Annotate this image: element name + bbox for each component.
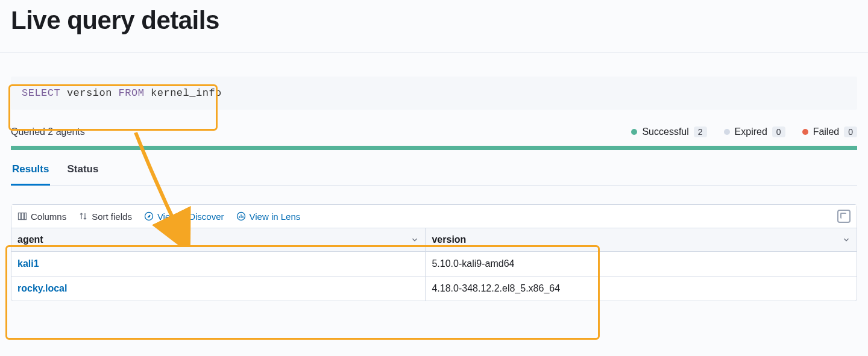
query-col: version [67, 87, 112, 99]
status-successful-label: Successful [642, 126, 688, 137]
status-expired-label: Expired [735, 126, 767, 137]
dot-icon-green [631, 129, 637, 135]
tabs: Results Status [11, 157, 857, 186]
results-table-wrap: Columns Sort fields View in Discover Vie… [11, 204, 857, 301]
compass-icon [144, 211, 154, 221]
lens-icon [236, 211, 246, 221]
sort-icon [78, 211, 88, 221]
query-kw-select: SELECT [22, 87, 60, 99]
svg-rect-2 [25, 213, 27, 220]
column-header-agent[interactable]: agent [11, 228, 426, 252]
columns-button[interactable]: Columns [17, 211, 66, 222]
chevron-down-icon [842, 236, 851, 244]
version-cell: 4.18.0-348.12.2.el8_5.x86_64 [432, 283, 560, 293]
svg-rect-0 [19, 213, 21, 220]
agent-link[interactable]: rocky.local [17, 283, 67, 293]
status-successful-count: 2 [694, 126, 707, 137]
status-failed: Failed 0 [802, 126, 857, 137]
column-header-agent-label: agent [17, 234, 43, 245]
view-in-lens-label: View in Lens [250, 211, 301, 222]
query-box: SELECT version FROM kernel_info [11, 77, 857, 110]
progress-bar [11, 146, 857, 150]
view-in-discover-button[interactable]: View in Discover [144, 211, 224, 222]
page-title: Live query details [11, 6, 857, 35]
tab-results[interactable]: Results [11, 157, 50, 186]
column-header-version[interactable]: version [426, 228, 857, 252]
fullscreen-button[interactable] [837, 210, 851, 223]
query-kw-from: FROM [119, 87, 145, 99]
status-expired-count: 0 [772, 126, 785, 137]
status-expired: Expired 0 [724, 126, 785, 137]
agent-link[interactable]: kali1 [17, 258, 39, 269]
columns-icon [17, 211, 27, 221]
sort-button[interactable]: Sort fields [78, 211, 132, 222]
status-failed-label: Failed [813, 126, 840, 137]
table-row: kali1 5.10.0-kali9-amd64 [11, 252, 857, 276]
columns-label: Columns [31, 211, 66, 222]
view-in-discover-label: View in Discover [157, 211, 224, 222]
tab-status[interactable]: Status [66, 157, 99, 186]
column-header-version-label: version [432, 234, 466, 245]
dot-icon-grey [724, 129, 730, 135]
sort-label: Sort fields [92, 211, 132, 222]
dot-icon-red [802, 129, 808, 135]
query-table: kernel_info [151, 87, 222, 99]
chevron-down-icon [410, 236, 419, 244]
status-successful: Successful 2 [631, 126, 706, 137]
status-failed-count: 0 [844, 126, 857, 137]
queried-agents-text: Queried 2 agents [11, 126, 85, 137]
svg-rect-1 [22, 213, 24, 220]
version-cell: 5.10.0-kali9-amd64 [432, 258, 514, 269]
table-row: rocky.local 4.18.0-348.12.2.el8_5.x86_64 [11, 276, 857, 301]
view-in-lens-button[interactable]: View in Lens [236, 211, 301, 222]
results-table: agent version kali1 5.10.0-kali9-amd64 r… [11, 228, 857, 301]
